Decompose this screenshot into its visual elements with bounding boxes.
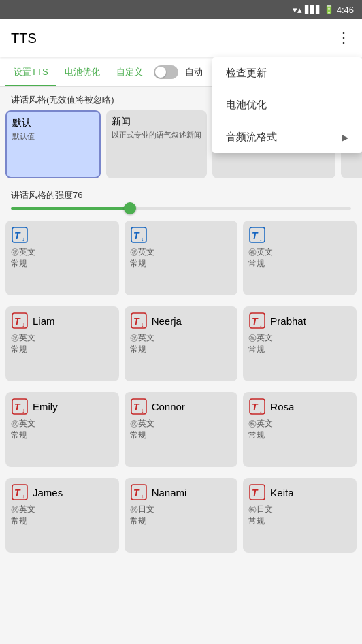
voice-name-neerja: Neerja <box>152 315 182 327</box>
svg-text:T: T <box>252 230 259 241</box>
toggle-knob <box>155 67 166 78</box>
voice-type-rosa: 常规 <box>248 430 351 441</box>
svg-text:↓: ↓ <box>22 493 25 500</box>
voice-card-liam-header: T ↓ Liam <box>11 312 114 329</box>
svg-text:↓: ↓ <box>259 321 263 328</box>
voice-card-unnamed-2[interactable]: T ↓ ㊗英文 常规 <box>125 221 238 295</box>
svg-text:T: T <box>133 230 140 241</box>
tts-connor-icon: T ↓ <box>130 398 148 415</box>
voice-card-connor[interactable]: T ↓ Connor ㊗英文 常规 <box>125 392 238 467</box>
voice-type-3: 常规 <box>248 258 351 270</box>
voice-name-rosa: Rosa <box>270 401 294 413</box>
style-card-news-sub: 以正式专业的语气叙述新闻 <box>112 130 201 140</box>
dropdown-menu: 检查更新 电池优化 音频流格式 ▶ <box>212 57 362 153</box>
status-time: 4:46 <box>337 5 354 15</box>
battery-icon: 🔋 <box>324 5 334 14</box>
style-card-default-sub: 默认值 <box>12 131 94 141</box>
app-title: TTS <box>11 31 336 46</box>
voice-grid-row2: T ↓ Liam ㊗英文 常规 T ↓ Neerja <box>0 301 362 387</box>
tts-neerja-icon: T ↓ <box>130 312 148 329</box>
voice-card-connor-header: T ↓ Connor <box>130 398 233 415</box>
voice-card-nanami[interactable]: T ↓ Nanami ㊗日文 常规 <box>125 478 238 553</box>
voice-lang-prabhat: ㊗英文 <box>248 332 351 344</box>
tab-settings[interactable]: 设置TTS <box>5 57 56 86</box>
style-card-default-title: 默认 <box>12 117 94 129</box>
voice-name-liam: Liam <box>33 315 55 327</box>
voice-name-prabhat: Prabhat <box>270 315 306 327</box>
svg-text:↓: ↓ <box>259 407 263 414</box>
voice-grid-row1: T ↓ ㊗英文 常规 T ↓ ㊗英文 常规 <box>0 215 362 301</box>
voice-lang-neerja: ㊗英文 <box>130 332 233 344</box>
voice-type-nanami: 常规 <box>130 515 233 527</box>
voice-type-neerja: 常规 <box>130 344 233 355</box>
tts-rosa-icon: T ↓ <box>248 398 266 415</box>
tab-auto-label: 自动 <box>185 66 203 78</box>
style-card-news[interactable]: 新闻 以正式专业的语气叙述新闻 <box>106 110 207 178</box>
auto-toggle[interactable] <box>154 65 178 79</box>
tts-prabhat-icon: T ↓ <box>248 312 266 329</box>
main-scroll: 讲话风格(无效值将被忽略) 默认 默认值 新闻 以正式专业的语气叙述新闻 客服 … <box>0 87 362 644</box>
voice-grid-row3: T ↓ Emily ㊗英文 常规 T ↓ Connor <box>0 387 362 472</box>
status-icons: ▾▴ ▋▋▋ 🔋 4:46 <box>293 5 354 15</box>
voice-card-neerja[interactable]: T ↓ Neerja ㊗英文 常规 <box>125 306 238 381</box>
voice-lang-2: ㊗英文 <box>130 246 233 258</box>
more-options-icon[interactable]: ⋮ <box>336 29 351 47</box>
tab-auto-toggle-wrap: 自动 <box>154 65 203 79</box>
tts-voice-icon-1: T ↓ <box>11 226 29 244</box>
slider-track[interactable] <box>11 207 351 210</box>
voice-lang-rosa: ㊗英文 <box>248 418 351 430</box>
voice-card-keita[interactable]: T ↓ Keita ㊗日文 常规 <box>243 478 357 553</box>
voice-grid-row4: T ↓ James ㊗英文 常规 T ↓ Nanami <box>0 472 362 558</box>
voice-name-emily: Emily <box>33 401 58 413</box>
tts-liam-icon: T ↓ <box>11 312 29 329</box>
svg-text:T: T <box>14 487 21 498</box>
slider-label: 讲话风格的强度76 <box>11 189 351 202</box>
signal-bars-icon: ▋▋▋ <box>305 5 321 14</box>
svg-text:T: T <box>133 316 140 327</box>
dropdown-battery-optimize[interactable]: 电池优化 <box>212 89 362 121</box>
svg-text:↓: ↓ <box>22 236 25 242</box>
status-bar: ▾▴ ▋▋▋ 🔋 4:46 <box>0 0 362 19</box>
voice-card-keita-header: T ↓ Keita <box>248 483 351 501</box>
battery-optimize-label: 电池优化 <box>226 99 267 112</box>
tts-james-icon: T ↓ <box>11 483 29 501</box>
voice-card-neerja-header: T ↓ Neerja <box>130 312 233 329</box>
svg-text:↓: ↓ <box>22 407 25 414</box>
slider-thumb[interactable] <box>124 202 136 214</box>
svg-text:↓: ↓ <box>22 321 25 328</box>
voice-card-unnamed-3[interactable]: T ↓ ㊗英文 常规 <box>243 221 357 295</box>
voice-card-nanami-header: T ↓ Nanami <box>130 483 233 501</box>
svg-text:T: T <box>133 402 140 413</box>
voice-card-emily[interactable]: T ↓ Emily ㊗英文 常规 <box>5 392 119 467</box>
voice-card-rosa-header: T ↓ Rosa <box>248 398 351 415</box>
svg-text:↓: ↓ <box>141 236 144 242</box>
voice-card-james[interactable]: T ↓ James ㊗英文 常规 <box>5 478 119 553</box>
voice-name-nanami: Nanami <box>152 487 187 498</box>
tab-battery[interactable]: 电池优化 <box>56 57 108 86</box>
dropdown-check-update[interactable]: 检查更新 <box>212 57 362 89</box>
tts-emily-icon: T ↓ <box>11 398 29 415</box>
svg-text:↓: ↓ <box>141 493 144 500</box>
app-bar: TTS ⋮ <box>0 19 362 57</box>
check-update-label: 检查更新 <box>226 67 267 80</box>
voice-lang-1: ㊗英文 <box>11 246 114 258</box>
voice-name-james: James <box>33 487 63 498</box>
tab-custom[interactable]: 自定义 <box>108 57 151 86</box>
voice-card-unnamed-1[interactable]: T ↓ ㊗英文 常规 <box>5 221 119 295</box>
dropdown-audio-format[interactable]: 音频流格式 ▶ <box>212 121 362 153</box>
voice-card-james-header: T ↓ James <box>11 483 114 501</box>
svg-text:T: T <box>133 487 140 498</box>
voice-card-liam[interactable]: T ↓ Liam ㊗英文 常规 <box>5 306 119 381</box>
svg-text:↓: ↓ <box>259 236 263 242</box>
voice-lang-nanami: ㊗日文 <box>130 504 233 515</box>
voice-card-rosa[interactable]: T ↓ Rosa ㊗英文 常规 <box>243 392 357 467</box>
svg-text:T: T <box>14 230 21 241</box>
voice-card-prabhat[interactable]: T ↓ Prabhat ㊗英文 常规 <box>243 306 357 381</box>
voice-card-header-3: T ↓ <box>248 226 351 244</box>
voice-type-prabhat: 常规 <box>248 344 351 355</box>
svg-text:T: T <box>14 402 21 413</box>
voice-lang-connor: ㊗英文 <box>130 418 233 430</box>
tts-keita-icon: T ↓ <box>248 483 266 501</box>
svg-text:T: T <box>252 316 259 327</box>
style-card-default[interactable]: 默认 默认值 <box>5 110 101 178</box>
